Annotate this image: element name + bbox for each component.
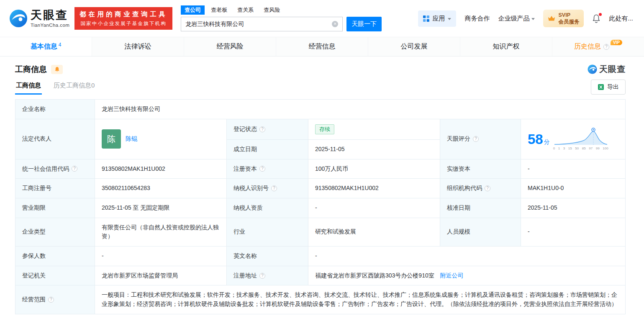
tab-basic-info-label: 基本信息 <box>31 42 57 51</box>
subtab-business-info[interactable]: 工商信息 <box>15 79 42 95</box>
search-tab-relation[interactable]: 查关系 <box>233 5 257 15</box>
svip-crown-icon <box>548 15 555 21</box>
tab-basic-info-count: 4 <box>59 42 62 48</box>
field-label: 实缴资本 <box>440 159 521 179</box>
search-tab-risk[interactable]: 查风险 <box>260 5 284 15</box>
export-button[interactable]: 导出 <box>591 80 626 95</box>
legal-rep-avatar[interactable]: 陈 <box>102 129 121 149</box>
nav-apps-button[interactable]: 应用 <box>418 10 456 27</box>
help-icon[interactable] <box>485 185 490 191</box>
english-name-value: - <box>308 247 626 266</box>
vip-badge: VIP <box>611 40 622 45</box>
field-label: 注册资本 <box>227 159 308 179</box>
tab-intellectual-property[interactable]: 知识产权 <box>460 37 552 56</box>
tab-operating-risk-label: 经营风险 <box>217 42 244 51</box>
search-area: 查公司 查老板 查关系 查风险 天眼一下 <box>181 5 382 31</box>
tab-intellectual-property-label: 知识产权 <box>493 42 520 51</box>
svip-label-line1: SVIP <box>558 12 579 18</box>
help-icon[interactable] <box>72 166 77 172</box>
search-input[interactable] <box>185 21 332 28</box>
search-box[interactable] <box>181 17 343 31</box>
approval-date-value: 2025-11-05 <box>521 198 626 218</box>
subtab-history-business-info[interactable]: 历史工商信息0 <box>53 79 95 95</box>
help-icon[interactable] <box>259 273 265 279</box>
table-row: 登记机关 龙岩市新罗区市场监督管理局 注册地址 福建省龙岩市新罗区西陂路303号… <box>15 266 626 285</box>
reg-authority-value: 龙岩市新罗区市场监督管理局 <box>95 266 227 285</box>
notification-bell-button[interactable] <box>592 14 600 23</box>
field-label: 登记机关 <box>15 266 95 285</box>
tab-company-development-label: 公司发展 <box>401 42 428 51</box>
field-label: 成立日期 <box>227 139 308 159</box>
field-label: 企业类型 <box>15 218 95 246</box>
reg-number-value: 350802110654283 <box>95 179 227 198</box>
tab-operating-risk[interactable]: 经营风险 <box>184 37 276 56</box>
field-label: 天眼评分 <box>440 119 521 159</box>
field-label: 英文名称 <box>227 247 308 266</box>
nav-more-link[interactable]: 此处有... <box>609 15 633 23</box>
tab-basic-info[interactable]: 基本信息 4 <box>0 37 92 56</box>
field-label: 企业名称 <box>15 100 95 119</box>
search-tab-company[interactable]: 查公司 <box>181 5 205 15</box>
tab-operating-info[interactable]: 经营信息 <box>276 37 368 56</box>
tab-legal-proceedings[interactable]: 法律诉讼 <box>92 37 184 56</box>
score-unit: 分 <box>544 139 550 145</box>
table-row: 企业名称 龙岩三快科技有限公司 <box>15 100 626 119</box>
score-curve-chart: 0131550859799100 <box>553 126 608 151</box>
help-icon[interactable] <box>473 136 479 142</box>
tab-company-development[interactable]: 公司发展 <box>368 37 460 56</box>
company-name-value: 龙岩三快科技有限公司 <box>95 100 626 119</box>
help-icon[interactable] <box>603 44 609 50</box>
search-tabs: 查公司 查老板 查关系 查风险 <box>181 5 382 15</box>
brand-logo[interactable]: 天眼查 TianYanCha.com <box>9 9 69 28</box>
nav-business-cooperation[interactable]: 商务合作 <box>464 15 490 23</box>
help-icon[interactable] <box>259 126 265 132</box>
score-value[interactable]: 58分 <box>528 128 550 150</box>
org-code-value: MAK1H1U0-0 <box>521 179 626 198</box>
svip-membership-button[interactable]: SVIP 会员服务 <box>543 10 584 28</box>
status-badge: 存续 <box>315 124 334 134</box>
field-label: 核准日期 <box>440 198 521 218</box>
reg-address-value: 福建省龙岩市新罗区西陂路303号办公楼910室 <box>315 272 434 279</box>
clear-icon[interactable] <box>332 21 338 27</box>
table-row: 经营范围 一般项目：工程和技术研究和试验发展；软件开发；技术服务、技术开发、技术… <box>15 285 626 314</box>
svip-label-line2: 会员服务 <box>558 18 579 25</box>
insured-num-value: - <box>95 247 227 266</box>
field-label: 纳税人识别号 <box>227 179 308 198</box>
excel-icon <box>598 84 604 90</box>
field-label: 工商注册号 <box>15 179 95 198</box>
subscribe-bell-button[interactable] <box>51 65 63 74</box>
tab-operating-info-label: 经营信息 <box>309 42 336 51</box>
help-icon[interactable] <box>48 297 54 303</box>
score-chart-axis: 0131550859799100 <box>553 146 608 151</box>
table-row: 法定代表人 陈 陈锟 登记状态 存续 天眼评分 58分 <box>15 119 626 139</box>
brand-name: 天眼查 <box>31 10 69 21</box>
tab-legal-proceedings-label: 法律诉讼 <box>125 42 151 51</box>
section-header: 工商信息 天眼查 <box>15 57 626 76</box>
help-icon[interactable] <box>259 166 265 172</box>
company-type-value: 有限责任公司（非自然人投资或控股的法人独资） <box>95 218 227 246</box>
reg-address-cell: 福建省龙岩市新罗区西陂路303号办公楼910室 附近公司 <box>308 266 626 285</box>
help-icon[interactable] <box>271 185 277 191</box>
taxpayer-id-value: 91350802MAK1H1U002 <box>308 179 440 198</box>
table-row: 统一社会信用代码 91350802MAK1H1U002 注册资本 100万人民币… <box>15 159 626 179</box>
section-title: 工商信息 <box>15 64 47 75</box>
tab-history-info-label: 历史信息 <box>574 42 601 51</box>
business-term-value: 2025-11-05 至 无固定期限 <box>95 198 227 218</box>
table-row: 企业类型 有限责任公司（非自然人投资或控股的法人独资） 行业 研究和试验发展 人… <box>15 218 626 246</box>
brand-slogan-banner: 都在用的商业查询工具 国家中小企业发展子基金旗下机构 <box>74 7 172 30</box>
watermark-logo-icon <box>588 64 597 74</box>
nav-enterprise-label: 企业级产品 <box>498 15 529 23</box>
slogan-line1: 都在用的商业查询工具 <box>80 10 167 19</box>
nav-enterprise-products[interactable]: 企业级产品 <box>498 15 535 23</box>
legal-rep-link[interactable]: 陈锟 <box>126 134 137 144</box>
search-tab-boss[interactable]: 查老板 <box>207 5 231 15</box>
tab-history-info[interactable]: 历史信息 VIP <box>552 37 644 56</box>
credit-code-value: 91350802MAK1H1U002 <box>95 159 227 179</box>
subtabs-row: 工商信息 历史工商信息0 导出 <box>15 79 626 95</box>
nearby-companies-link[interactable]: 附近公司 <box>440 272 464 279</box>
search-button[interactable]: 天眼一下 <box>346 17 382 31</box>
brand-domain: TianYanCha.com <box>31 23 69 28</box>
watermark-brand-name: 天眼查 <box>599 64 626 75</box>
paid-capital-value: - <box>521 159 626 179</box>
field-label: 参保人数 <box>15 247 95 266</box>
